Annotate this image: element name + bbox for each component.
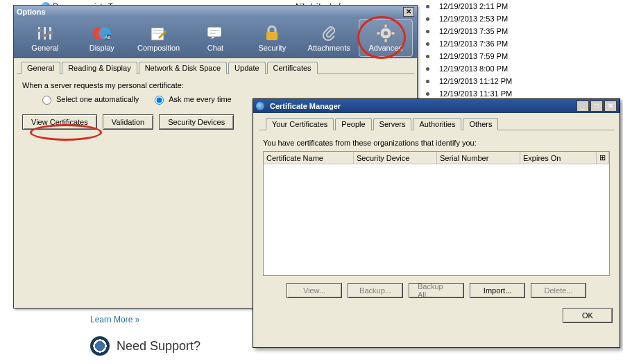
toolbar-label: Composition: [137, 44, 180, 52]
mail-date-row[interactable]: 12/19/2013 11:12 PM: [426, 75, 579, 87]
learn-more-link[interactable]: Learn More »: [90, 315, 139, 324]
validation-button[interactable]: Validation: [103, 114, 154, 130]
mail-date-row[interactable]: 12/19/2013 7:35 PM: [426, 25, 579, 37]
tab-servers[interactable]: Servers: [373, 118, 412, 130]
dot-icon: [426, 92, 429, 96]
chat-icon: [205, 24, 225, 42]
toolbar-security[interactable]: Security: [245, 19, 299, 57]
col-expires[interactable]: Expires On: [520, 152, 597, 164]
dot-icon: [426, 17, 429, 21]
dot-icon: [426, 67, 429, 71]
security-devices-button[interactable]: Security Devices: [159, 114, 234, 130]
cert-tabs: Your Certificates People Servers Authori…: [259, 113, 614, 130]
cert-buttons: View... Backup... Backup All... Import..…: [263, 283, 610, 298]
svg-rect-21: [377, 32, 380, 35]
close-icon[interactable]: ✕: [403, 7, 414, 17]
toolbar-label: General: [31, 44, 58, 52]
options-body-text: When a server requests my personal certi…: [22, 81, 409, 89]
cert-list-header: Certificate Name Security Device Serial …: [264, 152, 609, 164]
mail-date: 12/19/2013 8:00 PM: [439, 64, 508, 73]
col-picker-icon[interactable]: ⊞: [597, 152, 609, 164]
toolbar-label: Chat: [207, 44, 223, 52]
mail-date: 12/19/2013 2:11 PM: [439, 2, 508, 10]
svg-rect-0: [38, 27, 40, 40]
tab-authorities[interactable]: Authorities: [413, 118, 461, 130]
subtab-general[interactable]: General: [21, 62, 60, 74]
toolbar-composition[interactable]: Composition: [132, 19, 186, 57]
support-text: Need Support?: [117, 339, 200, 354]
radio-label: Ask me every time: [169, 95, 231, 103]
toolbar-advanced[interactable]: Advanced: [359, 19, 413, 57]
cert-list[interactable]: Certificate Name Security Device Serial …: [263, 151, 610, 276]
backup-all-button[interactable]: Backup All...: [409, 283, 464, 298]
svg-rect-20: [384, 39, 387, 42]
toolbar-label: Attachments: [308, 44, 350, 52]
maximize-icon[interactable]: □: [590, 101, 603, 112]
delete-button[interactable]: Delete...: [531, 283, 586, 298]
radio-auto[interactable]: Select one automatically: [39, 94, 139, 105]
radio-auto-input[interactable]: [42, 96, 51, 105]
view-certificates-button[interactable]: View Certificates: [22, 114, 97, 130]
gear-icon: [376, 24, 395, 42]
subtab-certificates[interactable]: Certificates: [267, 62, 318, 74]
minimize-icon[interactable]: _: [577, 101, 589, 112]
import-button[interactable]: Import...: [470, 283, 525, 298]
tab-others[interactable]: Others: [463, 118, 498, 130]
mail-date-row[interactable]: 12/19/2013 8:00 PM: [426, 62, 579, 75]
backup-button[interactable]: Backup...: [348, 283, 403, 298]
toolbar-attachments[interactable]: Attachments: [302, 19, 356, 57]
radio-label: Select one automatically: [56, 95, 139, 103]
paperclip-icon: [319, 24, 339, 42]
dot-icon: [426, 80, 429, 83]
toolbar-display[interactable]: Aa Display: [75, 19, 129, 57]
view-button[interactable]: View...: [287, 283, 342, 298]
svg-rect-4: [42, 34, 47, 37]
mail-date: 12/19/2013 2:53 PM: [439, 15, 508, 23]
subtab-update[interactable]: Update: [228, 62, 265, 74]
col-sec-device[interactable]: Security Device: [354, 152, 437, 164]
mail-date-column: 12/19/2013 2:11 PM 12/19/2013 2:53 PM 12…: [426, 0, 579, 100]
palette-icon: Aa: [92, 24, 112, 42]
mail-date: 12/19/2013 11:31 PM: [439, 89, 512, 98]
mail-date: 12/19/2013 7:59 PM: [439, 52, 508, 60]
mail-date-row[interactable]: 12/19/2013 7:59 PM: [426, 50, 579, 62]
cert-footer: OK: [253, 304, 620, 327]
toolbar-label: Display: [89, 44, 114, 52]
lock-icon: [262, 24, 282, 42]
svg-rect-19: [384, 24, 387, 28]
svg-rect-13: [207, 27, 221, 37]
mail-date-row[interactable]: 12/19/2013 2:53 PM: [426, 12, 579, 25]
close-icon[interactable]: ✕: [604, 101, 617, 112]
support-row: Need Support?: [90, 336, 200, 356]
subtab-reading[interactable]: Reading & Display: [62, 62, 137, 74]
compose-icon: [149, 24, 169, 42]
mail-date: 12/19/2013 7:36 PM: [439, 40, 508, 48]
toolbar-label: Security: [258, 44, 286, 52]
options-toolbar: General Aa Display Composition Chat Secu…: [14, 18, 417, 58]
radio-ask-input[interactable]: [155, 96, 164, 105]
cert-manager-window: Certificate Manager _ □ ✕ Your Certifica…: [253, 98, 620, 348]
svg-rect-3: [37, 29, 42, 32]
subtab-network[interactable]: Network & Disk Space: [139, 62, 227, 74]
cert-titlebar[interactable]: Certificate Manager _ □ ✕: [253, 99, 620, 113]
svg-rect-16: [266, 32, 278, 40]
mail-date-row[interactable]: 12/19/2013 7:36 PM: [426, 37, 579, 50]
svg-point-18: [384, 31, 388, 35]
cert-desc: You have certificates from these organiz…: [263, 139, 610, 147]
svg-rect-1: [44, 27, 46, 40]
toolbar-chat[interactable]: Chat: [188, 19, 242, 57]
options-titlebar[interactable]: Options ✕: [14, 6, 417, 18]
dot-icon: [426, 30, 429, 33]
tab-people[interactable]: People: [335, 118, 371, 130]
dot-icon: [426, 42, 429, 46]
dot-icon: [426, 55, 429, 58]
ok-button[interactable]: OK: [563, 308, 613, 323]
col-cert-name[interactable]: Certificate Name: [264, 152, 354, 164]
mail-date: 12/19/2013 7:35 PM: [439, 27, 508, 35]
radio-ask[interactable]: Ask me every time: [151, 94, 231, 105]
tab-your-certificates[interactable]: Your Certificates: [266, 118, 334, 130]
col-serial[interactable]: Serial Number: [437, 152, 520, 164]
mail-date-row[interactable]: 12/19/2013 2:11 PM: [426, 0, 579, 12]
app-icon: [256, 102, 264, 110]
toolbar-general[interactable]: General: [18, 19, 72, 57]
